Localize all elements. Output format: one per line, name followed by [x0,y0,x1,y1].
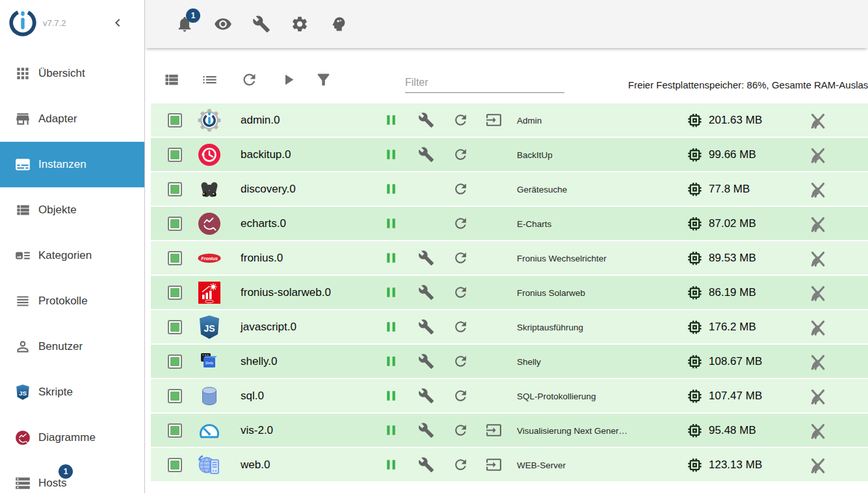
instance-settings-button[interactable] [416,111,436,130]
instance-row[interactable]: vis-2.0Visualisierung Next Gener…95.48 M… [151,414,868,447]
instance-row[interactable]: Shellyshelly.0Shelly108.67 MB [151,345,868,378]
pause-instance-button[interactable] [381,214,401,233]
instance-checkbox[interactable] [168,389,182,403]
instance-settings-button[interactable] [416,352,436,371]
restart-instance-button[interactable] [451,386,470,406]
instance-memory: 176.2 MB [709,321,756,334]
admin-adapter-icon [196,107,222,133]
notifications-button[interactable]: 1 [172,11,198,37]
instance-checkbox[interactable] [168,423,182,438]
reload-button[interactable] [237,68,261,91]
restart-instance-button[interactable] [451,421,470,440]
sidebar-item-protokolle[interactable]: Protokolle [0,278,144,324]
sidebar-item-label: Protokolle [38,295,88,308]
pause-instance-button[interactable] [381,283,401,302]
pause-instance-button[interactable] [381,111,401,130]
pause-instance-button[interactable] [381,317,401,337]
restart-instance-button[interactable] [451,180,470,199]
checkbox-checked-fill [170,460,179,470]
pause-instance-button[interactable] [381,421,401,440]
instance-checkbox[interactable] [168,458,182,472]
instance-checkbox[interactable] [168,286,182,300]
sidebar-item-instanzen[interactable]: Instanzen [0,142,144,187]
instance-title: Gerätesuche [517,184,567,194]
pause-instance-button[interactable] [381,145,401,165]
sidebar-item-label: Hosts [38,477,66,490]
instance-checkbox[interactable] [168,182,182,196]
settings-button[interactable] [287,11,313,37]
instance-name: web.0 [241,459,270,472]
view-list-button[interactable] [159,68,183,91]
hosts-icon [14,475,31,492]
vis2-adapter-icon [196,418,222,444]
pause-instance-button[interactable] [381,386,401,406]
pause-instance-button[interactable] [381,248,401,268]
restart-instance-button[interactable] [451,283,470,302]
instance-checkbox[interactable] [168,320,182,334]
restart-instance-button[interactable] [451,455,470,475]
restart-instance-button[interactable] [451,214,470,233]
instance-settings-button[interactable] [416,386,436,406]
instance-checkbox[interactable] [168,217,182,231]
instance-memory: 89.53 MB [709,252,756,265]
instance-row[interactable]: Froniusfronius.0Fronius Wechselrichter89… [151,241,868,274]
instance-checkbox[interactable] [168,113,182,127]
sidebar-item-objekte[interactable]: Objekte [0,187,144,233]
sidebar-menu: ÜbersichtAdapterInstanzenObjekteKategori… [0,51,144,493]
fronius-adapter-icon: Fronius [196,245,222,271]
instance-title: Visualisierung Next Gener… [517,425,627,435]
app-version: v7.7.2 [43,18,66,28]
filter-input[interactable] [405,73,564,93]
expert-mode-button[interactable] [326,11,352,37]
sidebar-item-hosts[interactable]: Hosts1 [0,460,144,493]
checkbox-checked-fill [170,392,179,401]
instance-checkbox[interactable] [168,251,182,265]
instance-settings-button[interactable] [416,248,436,268]
instance-settings-button[interactable] [416,145,436,165]
open-instance-button[interactable] [484,111,503,130]
open-instance-button[interactable] [484,421,503,440]
sidebar-item-uebersicht[interactable]: Übersicht [0,51,144,96]
filter-funnel-button[interactable] [311,68,335,91]
instance-settings-button[interactable] [416,317,436,337]
instance-checkbox[interactable] [168,354,182,369]
sidebar-item-diagramme[interactable]: Diagramme [0,415,144,460]
restart-instance-button[interactable] [451,111,470,130]
instance-row[interactable]: admin.0Admin201.63 MB [151,103,868,137]
restart-instance-button[interactable] [451,352,470,371]
pause-instance-button[interactable] [381,352,401,371]
categories-icon [14,247,31,264]
sidebar-item-adapter[interactable]: Adapter [0,96,144,142]
visibility-button[interactable] [210,11,236,37]
checkbox-checked-fill [170,185,179,194]
instance-row[interactable]: JSjavascript.0Skriptausführung176.2 MB [151,310,868,343]
instance-checkbox[interactable] [168,148,182,162]
sidebar-item-skripte[interactable]: JSSkripte [0,369,144,415]
svg-text:JS: JS [204,323,215,333]
instance-name: fronius-solarweb.0 [241,286,331,299]
checkbox-checked-fill [170,219,179,228]
instance-row[interactable]: echarts.0E-Charts87.02 MB [151,207,868,240]
maintenance-button[interactable] [248,11,274,37]
open-instance-button[interactable] [484,455,503,475]
sidebar-collapse-button[interactable] [108,13,127,33]
instance-row[interactable]: web.0WEB-Server123.13 MB [151,448,868,481]
instance-row[interactable]: sql.0SQL-Protokollierung107.47 MB [151,379,868,412]
sidebar-item-kategorien[interactable]: Kategorien [0,233,144,278]
restart-instance-button[interactable] [451,248,470,268]
sentry-disabled-icon [808,283,828,302]
sidebar-item-benutzer[interactable]: Benutzer [0,324,144,369]
pause-instance-button[interactable] [381,180,401,199]
play-all-button[interactable] [276,68,300,91]
pause-instance-button[interactable] [381,455,401,475]
instance-row[interactable]: fronius-solarweb.0Fronius Solarweb86.19 … [151,276,868,309]
restart-instance-button[interactable] [451,145,470,165]
instance-settings-button[interactable] [416,421,436,440]
instance-settings-button[interactable] [416,283,436,302]
instance-row[interactable]: discovery.0Gerätesuche77.8 MB [151,172,868,206]
instance-row[interactable]: backitup.0BackItUp99.66 MB [151,138,868,171]
instance-settings-button[interactable] [416,455,436,475]
view-compact-button[interactable] [198,68,221,91]
restart-instance-button[interactable] [451,317,470,337]
memory-chip-icon [686,146,704,163]
